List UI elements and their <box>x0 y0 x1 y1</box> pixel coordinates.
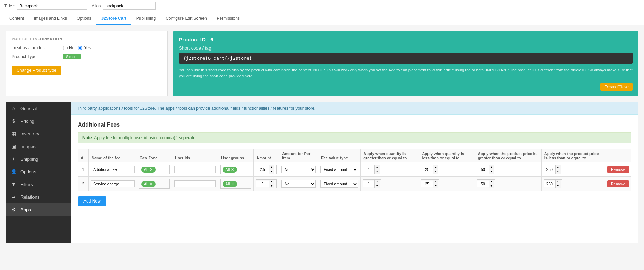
tab-j2store-cart[interactable]: J2Store Cart <box>96 12 131 25</box>
sidebar-item-images[interactable]: ▣ Images <box>6 140 71 153</box>
amount-spin-down-1[interactable]: ▼ <box>269 184 274 188</box>
fee-name-input-1[interactable] <box>91 180 135 187</box>
row-peritem-0: No Yes <box>279 162 318 177</box>
user-tag-remove-0[interactable]: ✕ <box>231 167 234 172</box>
price-lte-down-1[interactable]: ▼ <box>555 184 561 188</box>
qty-gte-up-1[interactable]: ▲ <box>374 180 380 184</box>
row-action-0: Remove <box>605 162 631 177</box>
price-gte-up-0[interactable]: ▲ <box>489 165 494 169</box>
sidebar-item-general[interactable]: ⌂ General <box>6 102 71 115</box>
radio-yes-input[interactable] <box>78 46 82 50</box>
remove-button-0[interactable]: Remove <box>607 166 629 173</box>
geo-tag-0: All ✕ <box>141 167 156 173</box>
options-icon: 👤 <box>11 169 17 174</box>
price-gte-down-0[interactable]: ▼ <box>489 169 494 174</box>
tab-publishing[interactable]: Publishing <box>131 12 161 25</box>
qty-lte-down-1[interactable]: ▼ <box>433 184 438 188</box>
dollar-icon: $ <box>11 118 17 124</box>
per-item-select-1[interactable]: No Yes <box>281 180 316 188</box>
title-input[interactable] <box>17 2 87 10</box>
price-lte-input-1[interactable] <box>544 181 555 187</box>
treat-radio-group: No Yes <box>63 45 91 50</box>
qty-gte-field-1: ▲ ▼ <box>363 179 381 188</box>
amount-spin-up-0[interactable]: ▲ <box>269 165 274 169</box>
note-label: Note: <box>82 135 93 140</box>
price-lte-field-1: ▲ ▼ <box>544 179 562 188</box>
remove-button-1[interactable]: Remove <box>607 180 629 187</box>
fee-type-select-0[interactable]: Fixed amount Percentage <box>320 166 358 173</box>
sidebar-item-options[interactable]: 👤 Options <box>6 165 71 178</box>
user-ids-input-1[interactable] <box>174 180 216 187</box>
price-gte-up-1[interactable]: ▲ <box>489 180 494 184</box>
table-row: 1 All ✕ All ✕ ▲ <box>78 162 631 177</box>
alias-input[interactable] <box>103 2 156 10</box>
additional-fees-title: Additional Fees <box>78 122 631 128</box>
sidebar-item-inventory[interactable]: ▦ Inventory <box>6 127 71 140</box>
radio-no-input[interactable] <box>63 46 68 50</box>
price-gte-input-0[interactable] <box>477 167 489 172</box>
price-lte-down-0[interactable]: ▼ <box>555 169 561 174</box>
user-ids-input-0[interactable] <box>174 166 216 173</box>
row-num-0: 1 <box>78 162 89 177</box>
price-lte-up-1[interactable]: ▲ <box>555 180 561 184</box>
sidebar-item-pricing[interactable]: $ Pricing <box>6 115 71 127</box>
th-apply-qty-gte: Apply when quantity is greater than or e… <box>361 149 419 162</box>
radio-yes: Yes <box>78 45 91 50</box>
tab-images-links[interactable]: Images and Links <box>29 12 72 25</box>
row-price-lte-0: ▲ ▼ <box>541 162 605 177</box>
price-lte-input-0[interactable] <box>544 167 555 172</box>
amount-input-1[interactable] <box>256 181 269 187</box>
amount-spin-down-0[interactable]: ▼ <box>269 169 274 174</box>
user-tag-remove-1[interactable]: ✕ <box>231 182 234 186</box>
per-item-select-0[interactable]: No Yes <box>281 166 316 173</box>
th-num: # <box>78 149 89 162</box>
qty-lte-input-0[interactable] <box>421 167 433 172</box>
add-new-button[interactable]: Add New <box>78 196 106 206</box>
treat-as-product-row: Treat as a product No Yes <box>12 45 162 50</box>
row-qty-lte-1: ▲ ▼ <box>419 177 475 191</box>
expand-close-button[interactable]: Expand/Close <box>600 83 633 91</box>
sidebar-item-relations[interactable]: ⇌ Relations <box>6 191 71 203</box>
price-gte-input-1[interactable] <box>477 181 489 187</box>
shortcode-description: You can use this short code to display t… <box>179 67 633 79</box>
tab-options[interactable]: Options <box>72 12 96 25</box>
price-gte-down-1[interactable]: ▼ <box>489 184 494 188</box>
radio-yes-label: Yes <box>84 45 91 50</box>
qty-gte-input-0[interactable] <box>363 167 374 172</box>
fee-type-select-1[interactable]: Fixed amount Percentage <box>320 180 358 188</box>
geo-tag-remove-1[interactable]: ✕ <box>150 182 153 186</box>
product-info-section: PRODUCT INFORMATION Treat as a product N… <box>6 31 638 96</box>
sidebar-item-shipping[interactable]: ✈ Shipping <box>6 153 71 165</box>
qty-lte-up-1[interactable]: ▲ <box>433 180 438 184</box>
tab-configure-edit[interactable]: Configure Edit Screen <box>161 12 212 25</box>
qty-lte-down-0[interactable]: ▼ <box>433 169 438 174</box>
amount-spinners-1: ▲ ▼ <box>269 180 274 188</box>
product-type-label: Product Type <box>12 54 57 59</box>
sidebar-item-apps[interactable]: ⚙ Apps <box>6 203 71 216</box>
shortcode-code: {j2store}6|cart{/j2store} <box>179 53 633 64</box>
user-group-tag-0: All ✕ <box>223 167 237 173</box>
tab-content[interactable]: Content <box>4 12 29 25</box>
amount-input-0[interactable] <box>256 167 269 172</box>
th-apply-qty-lte: Apply when quantity is less than or equa… <box>419 149 475 162</box>
tab-permissions[interactable]: Permissions <box>212 12 245 25</box>
qty-lte-up-0[interactable]: ▲ <box>433 165 438 169</box>
change-product-type-button[interactable]: Change Product type <box>12 66 61 75</box>
amount-field-1: ▲ ▼ <box>256 179 277 188</box>
row-usergroups-0: All ✕ <box>218 162 254 177</box>
sidebar-label-relations: Relations <box>20 194 39 200</box>
qty-gte-input-1[interactable] <box>363 181 374 187</box>
amount-spin-up-1[interactable]: ▲ <box>269 180 274 184</box>
geo-tag-remove-0[interactable]: ✕ <box>150 167 153 172</box>
qty-lte-input-1[interactable] <box>421 181 433 187</box>
shipping-icon: ✈ <box>11 156 17 162</box>
price-lte-up-0[interactable]: ▲ <box>555 165 561 169</box>
sidebar-label-shipping: Shipping <box>20 156 38 162</box>
qty-gte-down-1[interactable]: ▼ <box>374 184 380 188</box>
inventory-icon: ▦ <box>11 131 17 136</box>
qty-gte-up-0[interactable]: ▲ <box>374 165 380 169</box>
product-info-title: PRODUCT INFORMATION <box>12 37 162 41</box>
qty-gte-down-0[interactable]: ▼ <box>374 169 380 174</box>
sidebar-item-filters[interactable]: ▼ Filters <box>6 178 71 191</box>
fee-name-input-0[interactable] <box>91 166 135 173</box>
